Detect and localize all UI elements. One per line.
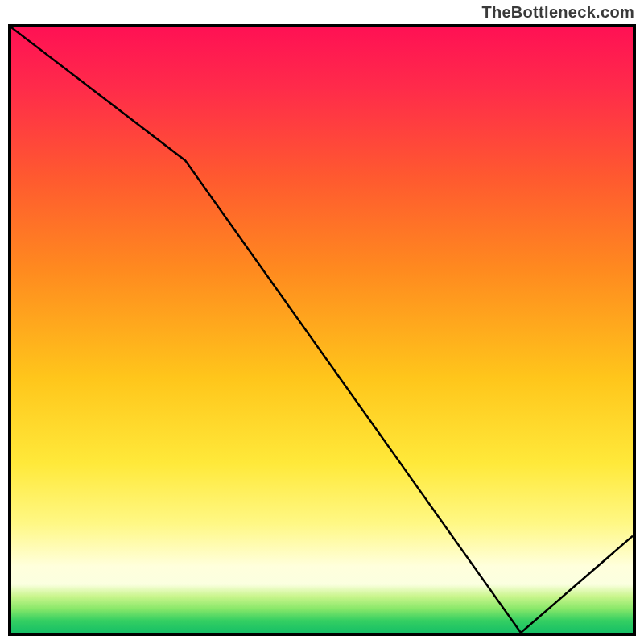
plot-area	[8, 24, 636, 636]
chart-container: TheBottleneck.com	[0, 0, 644, 644]
curve-path	[11, 27, 633, 633]
attribution-label: TheBottleneck.com	[481, 3, 634, 22]
bottleneck-curve	[11, 27, 633, 633]
